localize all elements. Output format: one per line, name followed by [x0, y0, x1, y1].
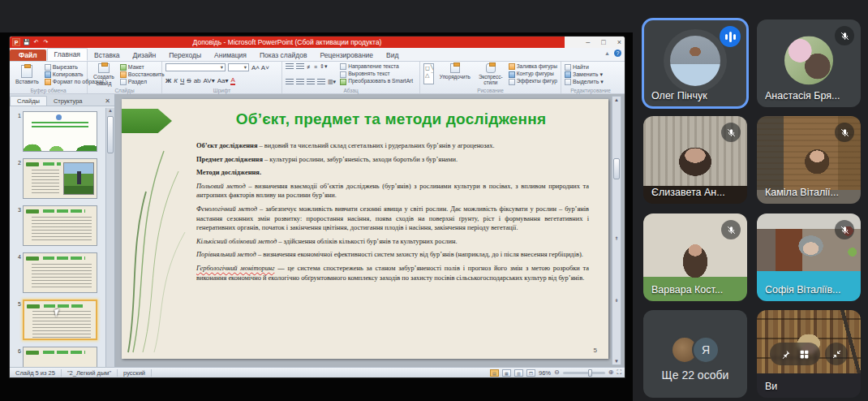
smartart-button[interactable]: Преобразовать в SmartArt: [340, 78, 413, 85]
tab-slideshow[interactable]: Показ слайдов: [253, 50, 314, 61]
slide-thumbnail-6[interactable]: [23, 347, 97, 367]
tab-transitions[interactable]: Переходы: [162, 50, 208, 61]
find-button[interactable]: Найти: [565, 63, 617, 71]
justify-icon[interactable]: [317, 79, 325, 85]
tab-review[interactable]: Рецензирование: [313, 50, 380, 61]
ppt-titlebar[interactable]: P 💾 ↶ ↷ Доповідь - Microsoft PowerPoint …: [10, 37, 625, 48]
prev-slide-icon[interactable]: ↟: [614, 235, 618, 241]
line-spacing-icon[interactable]: ⇕▾: [320, 63, 327, 70]
participant-tile-sofiia[interactable]: Софія Віталіїв...: [757, 213, 861, 301]
align-left-icon[interactable]: [286, 79, 294, 85]
minimize-ribbon-icon[interactable]: ▲: [604, 50, 610, 56]
slide-thumbnail-4[interactable]: [23, 252, 97, 293]
align-right-icon[interactable]: [307, 79, 315, 85]
status-language[interactable]: русский: [118, 369, 152, 377]
tab-insert[interactable]: Вставка: [88, 50, 127, 61]
font-size-select[interactable]: ▾: [228, 63, 249, 71]
shape-fill-button[interactable]: Заливка фигуры: [509, 63, 557, 71]
maximize-button[interactable]: □: [601, 37, 605, 48]
participant-tile-kamila[interactable]: Каміла Віталії...: [757, 116, 861, 204]
close-button[interactable]: ×: [617, 37, 621, 48]
minimize-button[interactable]: –: [586, 37, 590, 48]
scroll-up-icon[interactable]: ▲: [614, 97, 619, 102]
slide-thumbnail-3[interactable]: [23, 205, 97, 246]
font-name-select[interactable]: ▾: [165, 63, 226, 71]
numbering-icon[interactable]: [296, 63, 304, 70]
self-tile-options-pill[interactable]: [770, 343, 820, 365]
participant-tile-oleh[interactable]: Олег Пінчук: [643, 19, 747, 107]
panel-scrollbar[interactable]: ▲: [105, 108, 114, 367]
zoom-out-button[interactable]: ⊖: [554, 369, 560, 377]
participant-tile-yelyzaveta[interactable]: Єлизавета Ан...: [643, 116, 747, 204]
speaking-indicator-icon: [720, 26, 741, 47]
zoom-slider-knob[interactable]: [588, 369, 592, 377]
pin-icon[interactable]: [780, 349, 791, 360]
paragraph-comparative-method: Порівняльний метод – визначення економіч…: [196, 250, 589, 260]
tab-file[interactable]: Файл: [10, 50, 46, 61]
align-buttons[interactable]: ▥▾: [286, 79, 336, 85]
bold-button[interactable]: Ж: [165, 77, 171, 84]
select-button[interactable]: Выделить ▾: [565, 78, 617, 85]
section-button[interactable]: Раздел: [120, 78, 165, 85]
shape-outline-icon: [509, 71, 515, 78]
layout-button[interactable]: Макет: [120, 63, 165, 71]
tab-design[interactable]: Дизайн: [127, 50, 163, 61]
columns-icon[interactable]: ▥▾: [328, 79, 336, 85]
arrange-button[interactable]: Упорядочить: [437, 63, 473, 80]
align-center-icon[interactable]: [296, 79, 304, 85]
more-participants-tile[interactable]: Я Ще 22 особи: [643, 310, 747, 398]
zoom-in-button[interactable]: ⊕: [608, 369, 614, 377]
slide-thumbnail-1[interactable]: [23, 111, 97, 152]
minimize-self-view-button[interactable]: [825, 343, 848, 365]
shapes-gallery[interactable]: ◻╲╲▭⬭▢△⌒⇦⇨⇧☆: [423, 63, 434, 84]
panel-close-icon[interactable]: ✕: [101, 97, 114, 106]
reset-button[interactable]: Восстановить: [120, 71, 165, 78]
thumb1-title-lines: [32, 122, 88, 128]
shape-effects-button[interactable]: Эффекты фигур: [509, 78, 557, 85]
participant-name: Анастасія Бря...: [765, 90, 840, 101]
text-direction-button[interactable]: Направление текста: [340, 63, 413, 71]
tab-outline[interactable]: Структура: [47, 97, 89, 106]
slideshow-view-button[interactable]: 🗖: [526, 369, 535, 377]
italic-button[interactable]: К: [174, 77, 178, 84]
indent-buttons[interactable]: ≢ ≡: [307, 64, 317, 70]
zoom-level[interactable]: 96%: [539, 369, 551, 377]
participant-tile-varvara[interactable]: Варвара Кост...: [643, 213, 747, 301]
grow-shrink-font-buttons[interactable]: A˄ A˅: [251, 63, 269, 71]
bullets-icon[interactable]: [286, 63, 294, 70]
list-buttons[interactable]: ≢ ≡ ⇕▾: [286, 63, 336, 70]
tab-slides[interactable]: Слайды: [10, 96, 47, 106]
change-case-button[interactable]: Aa▾: [217, 77, 229, 84]
panel-scroll-thumb[interactable]: [107, 116, 114, 153]
quick-styles-button[interactable]: Экспресс-стили: [476, 63, 505, 85]
underline-button[interactable]: Ч: [180, 77, 184, 84]
strikethrough-button[interactable]: S: [187, 77, 191, 84]
zoom-slider[interactable]: [563, 372, 605, 374]
replace-button[interactable]: Заменить ▾: [565, 71, 617, 78]
slide-thumbnail-2[interactable]: [23, 158, 97, 199]
slide-scrollbar[interactable]: ▲ ↟ ↡ ▼: [612, 96, 621, 365]
character-spacing-button[interactable]: AV▾: [204, 77, 215, 84]
self-view-tile[interactable]: Ви: [757, 310, 861, 398]
fit-to-window-button[interactable]: ⛶: [617, 369, 621, 377]
tab-view[interactable]: Вид: [380, 50, 405, 61]
slide-thumbnail-5-selected[interactable]: [23, 300, 97, 340]
help-icon[interactable]: ?: [614, 50, 621, 57]
align-text-button[interactable]: Выровнять текст: [340, 71, 413, 78]
slide-sorter-view-button[interactable]: ▦: [502, 369, 511, 377]
reading-view-button[interactable]: ▥: [514, 369, 523, 377]
paste-button[interactable]: Вставить: [13, 63, 41, 86]
tab-home[interactable]: Главная: [47, 48, 88, 61]
participant-tile-anastasiia[interactable]: Анастасія Бря...: [757, 19, 861, 107]
tab-animations[interactable]: Анимация: [208, 50, 253, 61]
shape-outline-button[interactable]: Контур фигуры: [509, 71, 557, 78]
new-slide-button[interactable]: Создать слайд: [91, 63, 117, 86]
text-shadow-button[interactable]: ab: [194, 77, 201, 84]
normal-view-button[interactable]: ▤: [490, 369, 499, 377]
next-slide-icon[interactable]: ↡: [614, 297, 618, 303]
grid-view-icon[interactable]: [799, 349, 810, 360]
slide-canvas[interactable]: Об’єкт, предмет та методи дослідження Об…: [122, 99, 608, 359]
scroll-thumb[interactable]: [613, 158, 620, 179]
font-color-button[interactable]: A: [230, 76, 234, 85]
scroll-down-icon[interactable]: ▼: [614, 359, 619, 364]
